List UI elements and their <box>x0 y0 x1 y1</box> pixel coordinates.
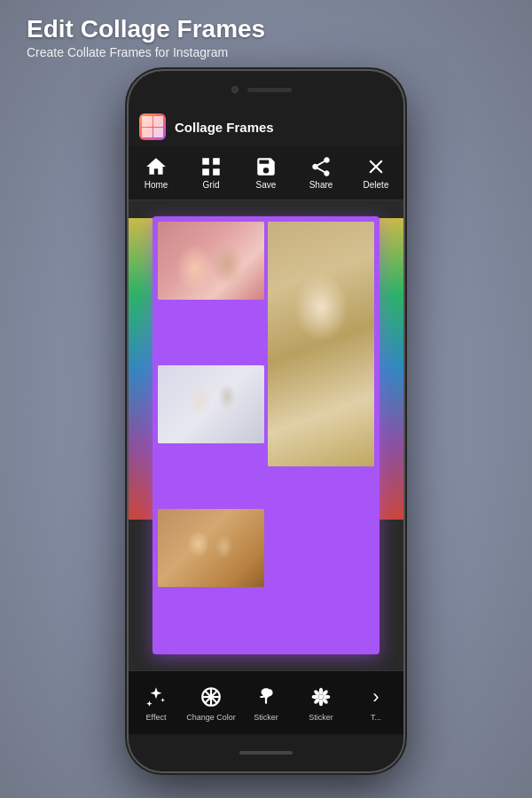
app-header: Collage Frames <box>129 108 403 145</box>
page-title: Edit Collage Frames <box>27 16 265 43</box>
collage-left-column <box>158 222 264 649</box>
bottom-effect[interactable]: Effect <box>129 684 184 722</box>
phone-screen: Collage Frames Home Grid Save <box>129 108 403 734</box>
home-icon <box>145 155 168 178</box>
more-label: T... <box>371 713 381 722</box>
grid-label: Grid <box>203 180 220 190</box>
home-label: Home <box>145 180 168 190</box>
toolbar-grid[interactable]: Grid <box>184 155 239 190</box>
save-icon <box>254 155 278 178</box>
share-label: Share <box>309 180 333 190</box>
page-wrapper: Edit Collage Frames Create Collate Frame… <box>0 0 532 798</box>
change-color-label: Change Color <box>186 713 236 722</box>
bird-icon <box>254 685 278 708</box>
svg-point-8 <box>312 695 319 699</box>
sparkle-icon <box>145 685 168 708</box>
svg-point-9 <box>324 695 331 699</box>
more-icon: › <box>363 684 389 710</box>
sticker1-icon <box>253 684 279 710</box>
bottom-change-color[interactable]: Change Color <box>184 684 239 722</box>
delete-label: Delete <box>364 180 389 190</box>
app-name: Collage Frames <box>175 120 274 135</box>
app-icon-grid <box>142 116 163 137</box>
photo-portrait <box>268 222 374 466</box>
svg-point-6 <box>319 688 323 695</box>
photo-couple-bot <box>158 509 264 587</box>
collage-area <box>129 200 403 670</box>
sticker2-icon <box>308 684 334 710</box>
photo-couple-mid <box>158 365 264 443</box>
phone-speaker <box>247 88 292 92</box>
sticker2-label: Sticker <box>309 713 333 722</box>
delete-icon <box>364 155 387 178</box>
bottom-toolbar: Effect Change Color <box>129 670 403 734</box>
toolbar-delete[interactable]: Delete <box>348 155 403 190</box>
app-icon <box>139 113 166 140</box>
toolbar-share[interactable]: Share <box>293 155 348 190</box>
home-indicator <box>239 751 293 755</box>
effect-label: Effect <box>146 713 167 722</box>
collage-cell-right-full[interactable] <box>268 222 374 466</box>
front-camera <box>231 86 239 93</box>
svg-point-7 <box>319 700 323 707</box>
sticker1-label: Sticker <box>254 713 278 722</box>
bottom-more[interactable]: › T... <box>348 684 403 722</box>
top-header: Edit Collage Frames Create Collate Frame… <box>27 16 265 59</box>
page-subtitle: Create Collate Frames for Instagram <box>27 45 265 59</box>
aperture-icon <box>200 685 223 708</box>
bottom-sticker2[interactable]: Sticker <box>293 684 348 722</box>
save-label: Save <box>256 180 277 190</box>
collage-cell-bot-left[interactable] <box>158 509 264 587</box>
photo-couple-top <box>158 222 264 300</box>
phone-shell: Collage Frames Home Grid Save <box>129 71 403 771</box>
bottom-sticker1[interactable]: Sticker <box>239 684 293 722</box>
toolbar-save[interactable]: Save <box>239 155 293 190</box>
main-toolbar: Home Grid Save Share Delete <box>129 145 403 200</box>
collage-cell-top-left[interactable] <box>158 222 264 300</box>
phone-bottom <box>129 734 403 771</box>
effect-icon <box>143 684 169 710</box>
change-color-icon <box>198 684 224 710</box>
collage-frame[interactable] <box>153 216 379 654</box>
phone-top <box>129 71 403 108</box>
collage-cell-mid-left[interactable] <box>158 365 264 443</box>
flower-icon <box>309 685 332 708</box>
grid-icon <box>200 155 223 178</box>
share-icon <box>309 155 332 178</box>
toolbar-home[interactable]: Home <box>129 155 184 190</box>
